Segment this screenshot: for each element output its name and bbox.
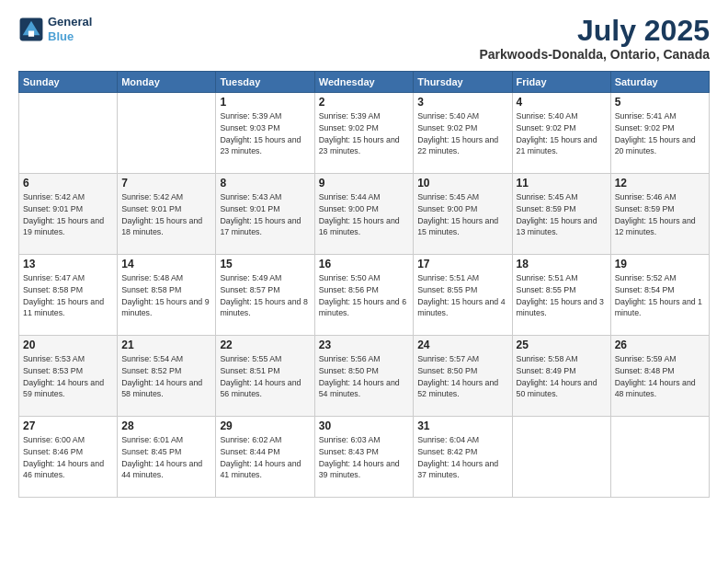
col-thursday: Thursday (414, 72, 512, 93)
day-info: Sunrise: 5:43 AM Sunset: 9:01 PM Dayligh… (220, 191, 310, 238)
day-number: 1 (220, 96, 310, 109)
day-info: Sunrise: 5:58 AM Sunset: 8:49 PM Dayligh… (517, 353, 607, 400)
day-info: Sunrise: 5:45 AM Sunset: 9:00 PM Dayligh… (417, 191, 507, 238)
calendar-cell (512, 417, 610, 498)
day-number: 17 (417, 258, 507, 270)
calendar-cell: 18Sunrise: 5:51 AM Sunset: 8:55 PM Dayli… (512, 255, 610, 336)
day-info: Sunrise: 5:40 AM Sunset: 9:02 PM Dayligh… (517, 110, 607, 157)
calendar-cell: 31Sunrise: 6:04 AM Sunset: 8:42 PM Dayli… (414, 417, 512, 498)
day-info: Sunrise: 5:59 AM Sunset: 8:48 PM Dayligh… (615, 353, 705, 400)
calendar-cell: 15Sunrise: 5:49 AM Sunset: 8:57 PM Dayli… (216, 255, 314, 336)
calendar-week-row: 6Sunrise: 5:42 AM Sunset: 9:01 PM Daylig… (19, 174, 710, 255)
page-header: General Blue July 2025 Parkwoods-Donalda… (18, 15, 710, 62)
calendar-cell: 29Sunrise: 6:02 AM Sunset: 8:44 PM Dayli… (216, 417, 314, 498)
day-info: Sunrise: 6:03 AM Sunset: 8:43 PM Dayligh… (319, 434, 409, 481)
calendar-cell: 12Sunrise: 5:46 AM Sunset: 8:59 PM Dayli… (610, 174, 709, 255)
day-info: Sunrise: 6:04 AM Sunset: 8:42 PM Dayligh… (417, 434, 507, 481)
day-info: Sunrise: 5:39 AM Sunset: 9:03 PM Dayligh… (220, 110, 310, 157)
day-number: 15 (220, 258, 310, 270)
calendar-cell (118, 93, 216, 174)
calendar-cell: 7Sunrise: 5:42 AM Sunset: 9:01 PM Daylig… (118, 174, 216, 255)
calendar-header-row: Sunday Monday Tuesday Wednesday Thursday… (19, 72, 710, 93)
calendar-cell: 25Sunrise: 5:58 AM Sunset: 8:49 PM Dayli… (512, 336, 610, 417)
col-friday: Friday (512, 72, 610, 93)
day-info: Sunrise: 6:02 AM Sunset: 8:44 PM Dayligh… (220, 434, 310, 481)
day-info: Sunrise: 5:45 AM Sunset: 8:59 PM Dayligh… (517, 191, 607, 238)
col-wednesday: Wednesday (314, 72, 413, 93)
day-info: Sunrise: 5:53 AM Sunset: 8:53 PM Dayligh… (23, 353, 113, 400)
col-tuesday: Tuesday (216, 72, 314, 93)
calendar-cell: 2Sunrise: 5:39 AM Sunset: 9:02 PM Daylig… (314, 93, 413, 174)
calendar-cell (19, 93, 118, 174)
day-number: 5 (615, 96, 705, 109)
day-info: Sunrise: 5:40 AM Sunset: 9:02 PM Dayligh… (417, 110, 507, 157)
calendar-cell: 19Sunrise: 5:52 AM Sunset: 8:54 PM Dayli… (610, 255, 709, 336)
svg-rect-2 (28, 30, 34, 36)
calendar-page: General Blue July 2025 Parkwoods-Donalda… (0, 0, 728, 563)
calendar-cell: 27Sunrise: 6:00 AM Sunset: 8:46 PM Dayli… (19, 417, 118, 498)
day-number: 3 (417, 96, 507, 109)
calendar-cell: 17Sunrise: 5:51 AM Sunset: 8:55 PM Dayli… (414, 255, 512, 336)
day-number: 2 (319, 96, 409, 109)
day-info: Sunrise: 5:47 AM Sunset: 8:58 PM Dayligh… (23, 272, 113, 319)
day-number: 16 (319, 258, 409, 270)
day-info: Sunrise: 5:44 AM Sunset: 9:00 PM Dayligh… (319, 191, 409, 238)
calendar-cell: 14Sunrise: 5:48 AM Sunset: 8:58 PM Dayli… (118, 255, 216, 336)
logo: General Blue (18, 15, 92, 43)
day-number: 6 (23, 177, 113, 190)
calendar-cell: 8Sunrise: 5:43 AM Sunset: 9:01 PM Daylig… (216, 174, 314, 255)
calendar-cell: 23Sunrise: 5:56 AM Sunset: 8:50 PM Dayli… (314, 336, 413, 417)
day-number: 29 (220, 419, 310, 432)
calendar-table: Sunday Monday Tuesday Wednesday Thursday… (18, 71, 710, 498)
calendar-title: July 2025 (480, 15, 711, 47)
day-info: Sunrise: 5:52 AM Sunset: 8:54 PM Dayligh… (615, 272, 705, 319)
col-saturday: Saturday (610, 72, 709, 93)
calendar-cell: 30Sunrise: 6:03 AM Sunset: 8:43 PM Dayli… (314, 417, 413, 498)
calendar-cell: 5Sunrise: 5:41 AM Sunset: 9:02 PM Daylig… (610, 93, 709, 174)
day-number: 23 (319, 339, 409, 351)
calendar-week-row: 20Sunrise: 5:53 AM Sunset: 8:53 PM Dayli… (19, 336, 710, 417)
day-info: Sunrise: 5:46 AM Sunset: 8:59 PM Dayligh… (615, 191, 705, 238)
calendar-week-row: 13Sunrise: 5:47 AM Sunset: 8:58 PM Dayli… (19, 255, 710, 336)
logo-text: General Blue (48, 15, 92, 43)
calendar-cell: 21Sunrise: 5:54 AM Sunset: 8:52 PM Dayli… (118, 336, 216, 417)
calendar-cell: 4Sunrise: 5:40 AM Sunset: 9:02 PM Daylig… (512, 93, 610, 174)
day-number: 27 (23, 419, 113, 432)
day-number: 9 (319, 177, 409, 190)
day-info: Sunrise: 5:42 AM Sunset: 9:01 PM Dayligh… (121, 191, 211, 238)
calendar-cell: 11Sunrise: 5:45 AM Sunset: 8:59 PM Dayli… (512, 174, 610, 255)
day-number: 25 (517, 339, 607, 351)
logo-icon (18, 17, 44, 42)
day-info: Sunrise: 5:41 AM Sunset: 9:02 PM Dayligh… (615, 110, 705, 157)
day-number: 30 (319, 419, 409, 432)
calendar-cell: 28Sunrise: 6:01 AM Sunset: 8:45 PM Dayli… (118, 417, 216, 498)
day-number: 28 (121, 419, 211, 432)
day-number: 7 (121, 177, 211, 190)
calendar-week-row: 1Sunrise: 5:39 AM Sunset: 9:03 PM Daylig… (19, 93, 710, 174)
day-info: Sunrise: 6:00 AM Sunset: 8:46 PM Dayligh… (23, 434, 113, 481)
day-number: 20 (23, 339, 113, 351)
day-info: Sunrise: 6:01 AM Sunset: 8:45 PM Dayligh… (121, 434, 211, 481)
calendar-week-row: 27Sunrise: 6:00 AM Sunset: 8:46 PM Dayli… (19, 417, 710, 498)
day-number: 21 (121, 339, 211, 351)
day-info: Sunrise: 5:55 AM Sunset: 8:51 PM Dayligh… (220, 353, 310, 400)
calendar-cell: 1Sunrise: 5:39 AM Sunset: 9:03 PM Daylig… (216, 93, 314, 174)
calendar-cell: 9Sunrise: 5:44 AM Sunset: 9:00 PM Daylig… (314, 174, 413, 255)
day-number: 13 (23, 258, 113, 270)
title-block: July 2025 Parkwoods-Donalda, Ontario, Ca… (480, 15, 711, 62)
day-info: Sunrise: 5:50 AM Sunset: 8:56 PM Dayligh… (319, 272, 409, 319)
calendar-cell: 20Sunrise: 5:53 AM Sunset: 8:53 PM Dayli… (19, 336, 118, 417)
day-info: Sunrise: 5:42 AM Sunset: 9:01 PM Dayligh… (23, 191, 113, 238)
day-number: 10 (417, 177, 507, 190)
day-info: Sunrise: 5:57 AM Sunset: 8:50 PM Dayligh… (417, 353, 507, 400)
logo-line1: General (48, 15, 92, 29)
calendar-cell: 22Sunrise: 5:55 AM Sunset: 8:51 PM Dayli… (216, 336, 314, 417)
day-number: 22 (220, 339, 310, 351)
calendar-cell: 24Sunrise: 5:57 AM Sunset: 8:50 PM Dayli… (414, 336, 512, 417)
col-monday: Monday (118, 72, 216, 93)
day-info: Sunrise: 5:54 AM Sunset: 8:52 PM Dayligh… (121, 353, 211, 400)
day-info: Sunrise: 5:56 AM Sunset: 8:50 PM Dayligh… (319, 353, 409, 400)
day-number: 4 (517, 96, 607, 109)
day-info: Sunrise: 5:51 AM Sunset: 8:55 PM Dayligh… (517, 272, 607, 319)
calendar-cell: 10Sunrise: 5:45 AM Sunset: 9:00 PM Dayli… (414, 174, 512, 255)
